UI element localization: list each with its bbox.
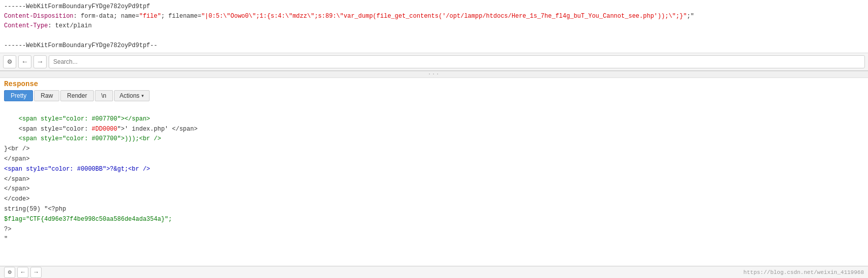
content-disposition: Content-Disposition: form-data; name="fi… (4, 13, 694, 20)
divider-handle[interactable]: ··· (0, 71, 868, 78)
code-line-13: " (4, 235, 8, 243)
chevron-down-icon: ▾ (141, 93, 144, 98)
back-button[interactable]: ← (18, 55, 31, 68)
code-line-6: <span style="color: #0000BB">?&gt;<br /> (4, 166, 150, 173)
response-area: Response Pretty Raw Render \n Actions ▾ … (0, 78, 868, 259)
request-area: ------WebKitFormBoundaryFYDge782oyPd9tpf… (0, 0, 868, 53)
code-line-12: ?> (4, 226, 11, 233)
tab-pretty[interactable]: Pretty (4, 90, 33, 101)
divider-dots: ··· (428, 71, 440, 77)
actions-button[interactable]: Actions ▾ (114, 90, 150, 101)
code-line-3: <span style="color: #007700">)));<br /> (4, 135, 161, 142)
code-line-2: <span style="color: #DD0000">' index.php… (4, 126, 198, 133)
tab-raw[interactable]: Raw (34, 90, 59, 101)
code-line-5: </span> (4, 155, 29, 163)
code-line-7: </span> (4, 176, 29, 183)
forward-icon: → (38, 58, 42, 66)
code-line-8: </span> (4, 185, 29, 192)
tab-render[interactable]: Render (60, 90, 93, 101)
back-icon: ← (23, 58, 27, 66)
content-type: Content-Type: text/plain (4, 22, 92, 29)
response-code-content: <span style="color: #007700"></span> <sp… (4, 104, 864, 255)
boundary-end: ------WebKitFormBoundaryFYDge782oyPd9tpf… (4, 42, 157, 49)
code-line-4: }<br /> (4, 145, 29, 152)
response-tabs: Pretty Raw Render \n Actions ▾ (4, 90, 864, 101)
tab-newline[interactable]: \n (95, 90, 113, 101)
actions-label: Actions (120, 92, 139, 99)
code-line-10: string(59) "<?php (4, 206, 66, 213)
search-input[interactable] (49, 55, 865, 68)
toolbar: ⚙ ← → (0, 53, 868, 71)
response-label: Response (4, 80, 864, 88)
forward-button[interactable]: → (33, 55, 47, 68)
settings-icon-btn[interactable]: ⚙ (3, 55, 16, 68)
code-line-9: </code> (4, 195, 29, 203)
flag-line: $flag="CTF{4d96e37f4be998c50aa586de4ada3… (4, 216, 172, 223)
boundary-start: ------WebKitFormBoundaryFYDge782oyPd9tpf (4, 3, 150, 10)
code-line-1: <span style="color: #007700"></span> (4, 115, 150, 123)
